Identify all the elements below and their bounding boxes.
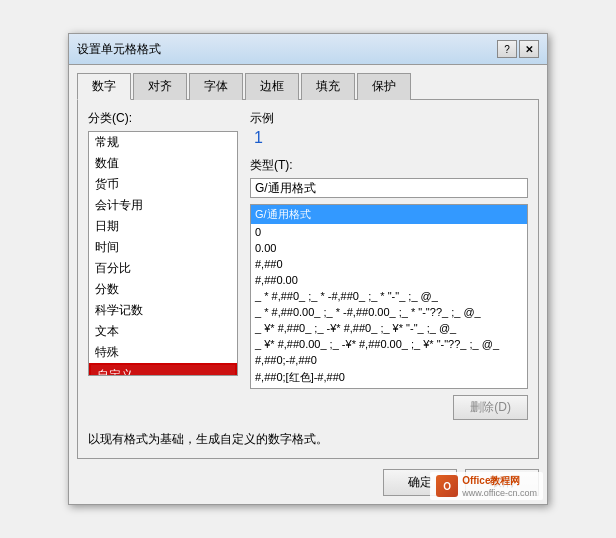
format-item[interactable]: _ ¥* #,##0_ ;_ -¥* #,##0_ ;_ ¥* "-"_ ;_ … xyxy=(251,320,527,336)
type-input[interactable] xyxy=(250,178,528,198)
format-item[interactable]: #,##0 xyxy=(251,256,527,272)
tab-content: 分类(C): 常规数值货币会计专用日期时间百分比分数科学记数文本特殊自定义 示例… xyxy=(77,99,539,459)
main-dialog: 设置单元格格式 ? ✕ 数字对齐字体边框填充保护 分类(C): 常规数值货币会计… xyxy=(68,33,548,505)
format-item[interactable]: _ ¥* #,##0.00_ ;_ -¥* #,##0.00_ ;_ ¥* "-… xyxy=(251,336,527,352)
category-item[interactable]: 自定义 xyxy=(89,363,237,376)
dialog-title: 设置单元格格式 xyxy=(77,41,161,58)
format-item[interactable]: #,##0.00 xyxy=(251,272,527,288)
title-bar-controls: ? ✕ xyxy=(497,40,539,58)
close-button[interactable]: ✕ xyxy=(519,40,539,58)
help-button[interactable]: ? xyxy=(497,40,517,58)
category-item[interactable]: 时间 xyxy=(89,237,237,258)
dialog-body: 数字对齐字体边框填充保护 分类(C): 常规数值货币会计专用日期时间百分比分数科… xyxy=(69,65,547,504)
category-item[interactable]: 科学记数 xyxy=(89,300,237,321)
delete-btn-row: 删除(D) xyxy=(250,395,528,420)
title-bar: 设置单元格格式 ? ✕ xyxy=(69,34,547,65)
category-label: 分类(C): xyxy=(88,110,238,127)
category-item[interactable]: 数值 xyxy=(89,153,237,174)
left-panel: 分类(C): 常规数值货币会计专用日期时间百分比分数科学记数文本特殊自定义 xyxy=(88,110,238,420)
tab-对齐[interactable]: 对齐 xyxy=(133,73,187,100)
category-list[interactable]: 常规数值货币会计专用日期时间百分比分数科学记数文本特殊自定义 xyxy=(88,131,238,376)
format-item[interactable]: G/通用格式 xyxy=(251,205,527,224)
right-panel: 示例 1 类型(T): G/通用格式00.00#,##0#,##0.00_ * … xyxy=(250,110,528,420)
category-item[interactable]: 常规 xyxy=(89,132,237,153)
logo-text-area: Office教程网 www.office-cn.com xyxy=(462,474,537,498)
format-item[interactable]: _ * #,##0.00_ ;_ * -#,##0.00_ ;_ * "-"??… xyxy=(251,304,527,320)
format-item[interactable]: #,##0;-#,##0 xyxy=(251,352,527,368)
logo-sub-text: www.office-cn.com xyxy=(462,488,537,498)
category-item[interactable]: 货币 xyxy=(89,174,237,195)
category-item[interactable]: 百分比 xyxy=(89,258,237,279)
format-item[interactable]: _ * #,##0_ ;_ * -#,##0_ ;_ * "-"_ ;_ @_ xyxy=(251,288,527,304)
bottom-note: 以现有格式为基础，生成自定义的数字格式。 xyxy=(88,430,528,448)
category-item[interactable]: 文本 xyxy=(89,321,237,342)
tab-bar: 数字对齐字体边框填充保护 xyxy=(77,73,539,100)
example-label: 示例 xyxy=(250,110,528,127)
type-label: 类型(T): xyxy=(250,157,528,174)
category-item[interactable]: 特殊 xyxy=(89,342,237,363)
tab-数字[interactable]: 数字 xyxy=(77,73,131,100)
format-item[interactable]: 0.00 xyxy=(251,240,527,256)
tab-字体[interactable]: 字体 xyxy=(189,73,243,100)
logo-icon-text: O xyxy=(443,481,451,492)
tab-边框[interactable]: 边框 xyxy=(245,73,299,100)
logo-icon: O xyxy=(436,475,458,497)
delete-button[interactable]: 删除(D) xyxy=(453,395,528,420)
category-item[interactable]: 日期 xyxy=(89,216,237,237)
category-item[interactable]: 会计专用 xyxy=(89,195,237,216)
format-item[interactable]: 0 xyxy=(251,224,527,240)
example-value: 1 xyxy=(250,129,528,147)
logo-area: O Office教程网 www.office-cn.com xyxy=(430,472,543,500)
format-item[interactable]: #,##0;[红色]-#,##0 xyxy=(251,368,527,387)
tab-填充[interactable]: 填充 xyxy=(301,73,355,100)
format-list[interactable]: G/通用格式00.00#,##0#,##0.00_ * #,##0_ ;_ * … xyxy=(250,204,528,389)
logo-main-text: Office教程网 xyxy=(462,474,537,488)
content-area: 分类(C): 常规数值货币会计专用日期时间百分比分数科学记数文本特殊自定义 示例… xyxy=(88,110,528,420)
tab-保护[interactable]: 保护 xyxy=(357,73,411,100)
category-item[interactable]: 分数 xyxy=(89,279,237,300)
